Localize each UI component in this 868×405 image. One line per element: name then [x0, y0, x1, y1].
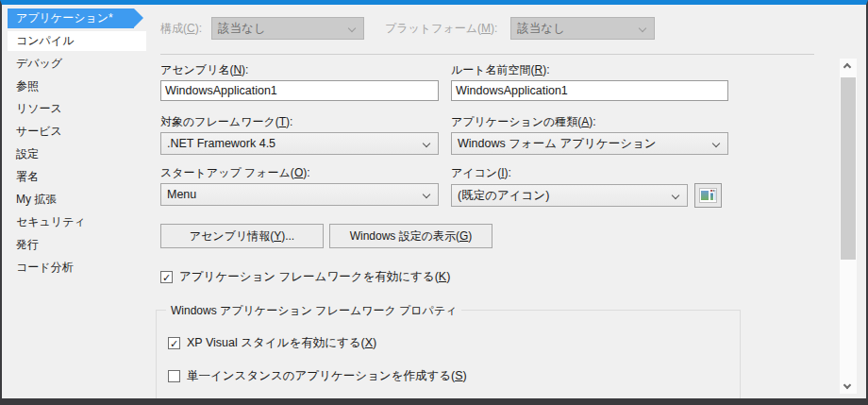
icon-select[interactable]: (既定のアイコン)	[451, 184, 688, 207]
assembly-name-input[interactable]	[160, 80, 439, 101]
checkbox-box[interactable]: ✓	[160, 271, 173, 283]
tab-label: アプリケーション*	[16, 11, 113, 25]
tab-label: My 拡張	[16, 193, 57, 206]
chevron-down-icon	[423, 191, 430, 198]
root-namespace-input[interactable]	[451, 80, 728, 101]
checkbox-label: 単一インスタンスのアプリケーションを作成する(S)	[187, 368, 467, 384]
checkbox-box[interactable]: ✓	[168, 337, 180, 349]
target-framework-select[interactable]: .NET Framework 4.5	[160, 132, 439, 155]
sidebar-tab-settings[interactable]: 設定	[8, 144, 141, 164]
icon-preview-button[interactable]	[694, 183, 722, 208]
sidebar-tab-my-extensions[interactable]: My 拡張	[8, 190, 141, 210]
configuration-select: 該当なし	[211, 17, 364, 40]
single-instance-checkbox[interactable]: 単一インスタンスのアプリケーションを作成する(S)	[168, 368, 740, 384]
sidebar-tab-compile[interactable]: コンパイル	[8, 31, 146, 51]
application-type-select[interactable]: Windows フォーム アプリケーション	[451, 132, 728, 155]
sidebar-tab-publish[interactable]: 発行	[8, 235, 141, 255]
tab-label: デバッグ	[16, 57, 62, 70]
chevron-down-icon	[423, 140, 430, 147]
assembly-info-button[interactable]: アセンブリ情報(Y)...	[160, 224, 324, 248]
application-type-value: Windows フォーム アプリケーション	[458, 136, 657, 152]
config-bar: 構成(C): 該当なし プラットフォーム(M): 該当なし	[160, 17, 866, 40]
scroll-down-icon[interactable]	[843, 381, 851, 389]
scroll-up-icon[interactable]	[843, 63, 851, 71]
tab-label: 発行	[16, 238, 39, 251]
button-row: アセンブリ情報(Y)... Windows 設定の表示(G)	[160, 224, 728, 248]
icon-value: (既定のアイコン)	[458, 188, 549, 204]
sidebar-tab-security[interactable]: セキュリティ	[8, 212, 141, 232]
platform-label: プラットフォーム(M):	[385, 21, 497, 37]
sidebar-tab-signing[interactable]: 署名	[8, 167, 141, 187]
platform-value: 該当なし	[517, 21, 565, 37]
root-namespace-label: ルート名前空間(R):	[451, 63, 728, 76]
chevron-down-icon	[639, 25, 646, 32]
tab-label: サービス	[16, 125, 62, 138]
project-properties-window: アプリケーション* コンパイル デバッグ 参照 リソース サービス 設定 署名 …	[0, 0, 868, 405]
separator	[160, 54, 814, 55]
sidebar-tab-application[interactable]: アプリケーション*	[8, 8, 134, 28]
icon-label: アイコン(I):	[451, 166, 728, 179]
configuration-value: 該当なし	[218, 21, 266, 37]
tab-label: コード分析	[16, 261, 74, 274]
xp-visual-styles-checkbox[interactable]: ✓ XP Visual スタイルを有効にする(X)	[168, 335, 740, 351]
enable-app-framework-checkbox[interactable]: ✓ アプリケーション フレームワークを有効にする(K)	[160, 269, 728, 285]
tab-label: セキュリティ	[16, 215, 86, 228]
tab-label: 参照	[16, 79, 39, 93]
form-content: アセンブリ名(N): ルート名前空間(R): 対象のフレームワーク(T): .N…	[160, 63, 728, 398]
chevron-down-icon	[672, 192, 679, 199]
chevron-down-icon	[712, 140, 720, 147]
sidebar-tab-services[interactable]: サービス	[8, 122, 141, 142]
checkbox-box[interactable]	[168, 370, 180, 382]
application-type-label: アプリケーションの種類(A):	[451, 115, 728, 128]
startup-form-value: Menu	[167, 188, 196, 201]
assembly-name-label: アセンブリ名(N):	[160, 63, 439, 76]
configuration-label: 構成(C):	[160, 21, 202, 37]
sidebar-tab-debug[interactable]: デバッグ	[8, 54, 141, 74]
group-title: Windows アプリケーション フレームワーク プロパティ	[166, 303, 461, 319]
form-thumbnail-icon	[699, 188, 717, 203]
tab-label: コンパイル	[16, 34, 74, 47]
vertical-scrollbar[interactable]	[840, 59, 857, 394]
windows-framework-group: Windows アプリケーション フレームワーク プロパティ ✓ XP Visu…	[156, 310, 741, 398]
startup-form-label: スタートアップ フォーム(O):	[160, 166, 439, 179]
platform-select: 該当なし	[510, 17, 655, 40]
scrollbar-thumb[interactable]	[841, 77, 856, 260]
sidebar-tab-references[interactable]: 参照	[8, 76, 141, 96]
target-framework-label: 対象のフレームワーク(T):	[160, 115, 439, 128]
tab-label: 署名	[16, 170, 39, 183]
view-windows-settings-button[interactable]: Windows 設定の表示(G)	[329, 224, 492, 248]
main-panel: 構成(C): 該当なし プラットフォーム(M): 該当なし アセンブリ名(N):…	[146, 5, 866, 398]
startup-form-select[interactable]: Menu	[160, 183, 439, 206]
checkbox-label: アプリケーション フレームワークを有効にする(K)	[179, 269, 450, 285]
target-framework-value: .NET Framework 4.5	[167, 137, 275, 150]
sidebar-tab-resources[interactable]: リソース	[8, 99, 141, 119]
chevron-down-icon	[348, 25, 356, 32]
sidebar-tab-code-analysis[interactable]: コード分析	[8, 258, 141, 278]
tab-label: 設定	[16, 147, 39, 160]
sidebar-tab-list: アプリケーション* コンパイル デバッグ 参照 リソース サービス 設定 署名 …	[2, 5, 146, 398]
checkbox-label: XP Visual スタイルを有効にする(X)	[187, 335, 376, 351]
tab-label: リソース	[16, 102, 62, 115]
